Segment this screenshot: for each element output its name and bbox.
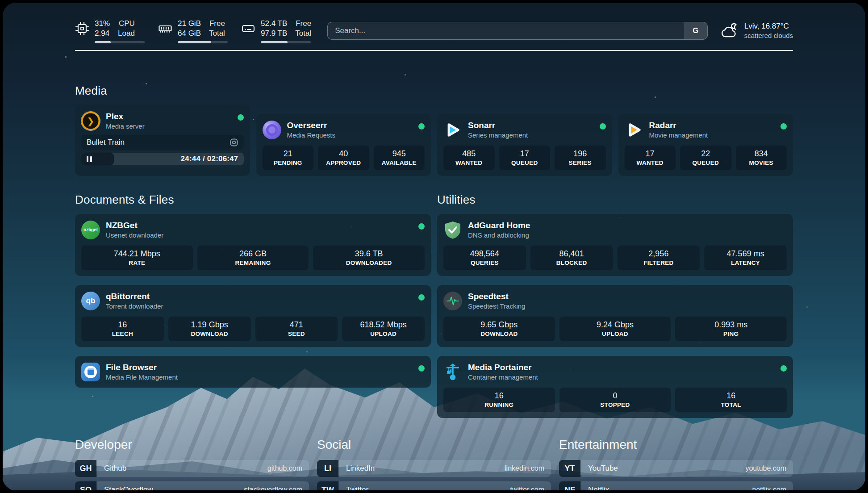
search-bar: G (327, 22, 708, 40)
bookmark-twitter[interactable]: TW Twitter twitter.com (317, 481, 551, 490)
status-dot (238, 114, 244, 121)
disk-progress-bar (261, 41, 311, 43)
bookmark-youtube[interactable]: YT YouTube youtube.com (559, 460, 793, 477)
service-card-overseerr[interactable]: Overseerr Media Requests 21 PENDING 40 A… (256, 114, 431, 176)
bookmark-abbr: SO (75, 481, 96, 490)
service-stats: 498,564 QUERIES 86,401 BLOCKED 2,956 FIL… (443, 246, 787, 270)
service-card-portainer[interactable]: Media Portainer Container management 16 … (437, 356, 793, 418)
bookmark-netflix[interactable]: NF Netflix netflix.com (559, 481, 793, 490)
service-card-radarr[interactable]: Radarr Movie management 17 WANTED 22 QUE… (618, 114, 793, 176)
service-stats: 21 PENDING 40 APPROVED 945 AVAILABLE (263, 146, 425, 170)
status-dot (600, 123, 606, 130)
service-title: qBittorrent (106, 291, 413, 302)
service-card-plex[interactable]: ❯ Plex Media server Bullet Train (75, 105, 250, 176)
service-subtitle: Media File Management (106, 373, 413, 382)
memory-total-value: 64 GiB (178, 29, 201, 38)
bookmark-domain: linkedin.com (505, 464, 544, 472)
service-title: File Browser (106, 362, 413, 373)
topbar-divider (75, 50, 793, 51)
memory-total-label: Total (209, 29, 225, 38)
stat-filtered: 2,956 FILTERED (618, 246, 700, 270)
bookmark-group-social: Social LI LinkedIn linkedin.com TW Twitt… (317, 438, 551, 490)
dashboard-screen: 31% 2.94 CPU Load (3, 3, 865, 490)
bookmark-linkedin[interactable]: LI LinkedIn linkedin.com (317, 460, 551, 477)
disk-total-value: 97.9 TB (261, 29, 287, 38)
service-title: Plex (106, 111, 232, 122)
stat-queries: 498,564 QUERIES (443, 246, 526, 270)
bookmark-abbr: YT (559, 460, 580, 477)
service-title: Overseerr (287, 120, 413, 131)
stat-wanted: 485 WANTED (443, 146, 495, 170)
stat-pending: 21 PENDING (263, 146, 314, 170)
service-card-nzbget[interactable]: nzbget NZBGet Usenet downloader 744.21 M… (75, 214, 431, 276)
utilities-column: Utilities (437, 176, 793, 418)
stat-queued: 17 QUEUED (499, 146, 551, 170)
qbittorrent-icon: qb (81, 292, 100, 310)
nzbget-icon: nzbget (81, 221, 100, 239)
service-stats: 744.21 Mbps RATE 266 GB REMAINING 39.6 T… (81, 246, 425, 270)
bookmark-stackoverflow[interactable]: SO StackOverflow stackoverflow.com (75, 481, 309, 490)
section-heading-utilities: Utilities (437, 193, 793, 207)
memory-icon (158, 21, 172, 36)
memory-progress-bar (178, 41, 228, 43)
bookmark-abbr: LI (317, 460, 338, 477)
service-stats: 9.65 Gbps DOWNLOAD 9.24 Gbps UPLOAD 0.99… (443, 317, 787, 341)
stat-series: 196 SERIES (555, 146, 606, 170)
status-dot (418, 223, 425, 230)
service-card-adguard[interactable]: AdGuard Home DNS and adblocking 498,564 … (437, 214, 793, 276)
search-input[interactable] (328, 22, 684, 39)
service-title: Radarr (649, 120, 775, 131)
portainer-crane-icon (443, 363, 462, 381)
bookmark-group-entertainment: Entertainment YT YouTube youtube.com NF … (559, 438, 793, 490)
now-playing-row: Bullet Train (81, 135, 244, 150)
camera-icon (230, 138, 238, 147)
stat-running: 16 RUNNING (443, 388, 555, 412)
disk-free-value: 52.4 TB (261, 19, 287, 29)
service-subtitle: Usenet downloader (106, 231, 413, 240)
cloud-moon-icon (720, 23, 739, 39)
status-dot (780, 365, 787, 372)
disk-total-label: Total (295, 29, 311, 38)
service-subtitle: Media server (106, 122, 232, 131)
playback-progress-bar: 24:44 / 02:06:47 (81, 153, 244, 165)
radarr-icon (625, 121, 643, 139)
cpu-usage-label: CPU (118, 19, 135, 29)
service-stats: 17 WANTED 22 QUEUED 834 MOVIES (625, 146, 787, 170)
service-subtitle: Speedtest Tracking (468, 302, 787, 311)
service-title: Media Portainer (468, 362, 775, 373)
service-title: AdGuard Home (468, 220, 787, 231)
playback-time: 24:44 / 02:06:47 (181, 155, 238, 163)
bookmark-group-developer: Developer GH Github github.com SO StackO… (75, 438, 309, 490)
disk-free-label: Free (295, 19, 311, 29)
status-dot (418, 123, 425, 130)
memory-widget: 21 GiB 64 GiB Free Total (158, 19, 228, 43)
search-provider-button[interactable]: G (684, 22, 707, 39)
service-title: Speedtest (468, 291, 787, 302)
service-subtitle: DNS and adblocking (468, 231, 787, 240)
disk-widget: 52.4 TB 97.9 TB Free Total (241, 19, 311, 43)
cpu-usage-value: 31% (95, 19, 110, 29)
service-card-speedtest[interactable]: Speedtest Speedtest Tracking 9.65 Gbps D… (437, 285, 793, 347)
service-card-filebrowser[interactable]: File Browser Media File Management (75, 356, 431, 388)
stat-seed: 471 SEED (255, 317, 338, 341)
memory-free-value: 21 GiB (178, 19, 201, 29)
bookmark-github[interactable]: GH Github github.com (75, 460, 309, 477)
stat-available: 945 AVAILABLE (374, 146, 425, 170)
bookmark-name: YouTube (588, 464, 618, 473)
weather-widget: Lviv, 16.87°C scattered clouds (720, 21, 793, 40)
service-card-sonarr[interactable]: Sonarr Series management 485 WANTED 17 Q… (437, 114, 612, 176)
service-card-qbittorrent[interactable]: qb qBittorrent Torrent downloader 16 LEE… (75, 285, 431, 347)
top-bar: 31% 2.94 CPU Load (75, 18, 793, 44)
bookmark-domain: youtube.com (745, 464, 786, 472)
cpu-load-value: 2.94 (95, 29, 110, 38)
service-subtitle: Movie management (649, 131, 775, 140)
stat-movies: 834 MOVIES (736, 146, 787, 170)
service-subtitle: Media Requests (287, 131, 413, 140)
media-cards-row: ❯ Plex Media server Bullet Train (75, 105, 793, 176)
service-stats: 485 WANTED 17 QUEUED 196 SERIES (443, 146, 606, 170)
bookmark-domain: twitter.com (510, 486, 544, 490)
bookmark-name: StackOverflow (104, 485, 153, 490)
bookmark-domain: stackoverflow.com (244, 486, 302, 490)
stat-upload: 618.52 Mbps UPLOAD (342, 317, 425, 341)
weather-location: Lviv, 16.87°C (744, 21, 793, 31)
